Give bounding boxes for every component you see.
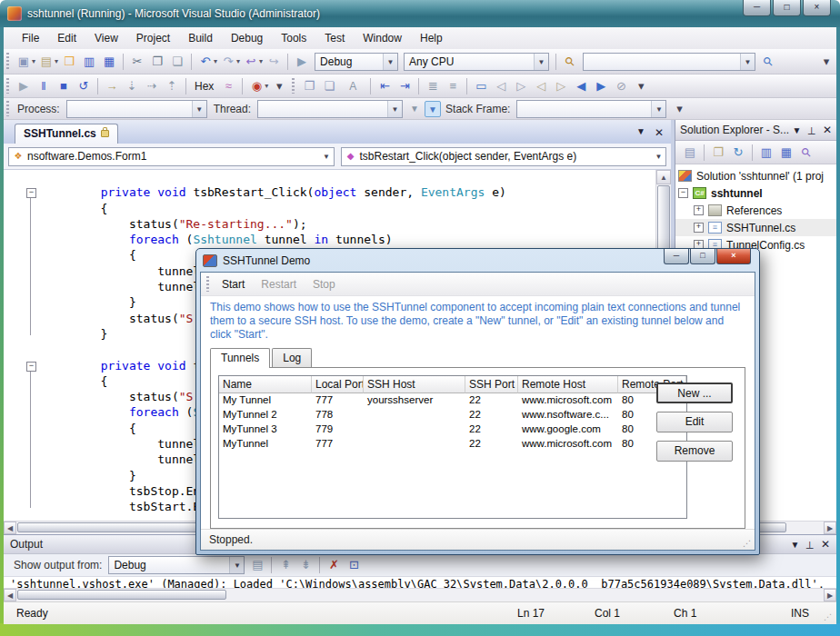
clear-bookmarks-icon[interactable]: ⊘	[612, 77, 630, 95]
scroll-left-icon[interactable]: ◀	[4, 589, 16, 601]
navigate-backward-icon[interactable]: ↩	[242, 53, 260, 71]
toolbar-grip[interactable]	[6, 101, 9, 115]
tree-item-sshtunnel-cs[interactable]: +≡SSHTunnel.cs	[675, 219, 836, 236]
minimize-button[interactable]: ─	[743, 0, 771, 16]
table-row[interactable]: MyTunnel 377922www.google.com80	[219, 422, 686, 437]
dialog-minimize-button[interactable]: ─	[664, 249, 689, 264]
toolbar-options-icon[interactable]: ▾	[817, 53, 835, 71]
scroll-left-icon[interactable]: ◀	[4, 522, 16, 534]
prev-message-icon[interactable]: ⇞	[276, 556, 295, 574]
next-message-icon[interactable]: ⇟	[296, 556, 315, 574]
find-combo[interactable]: ▼	[583, 53, 755, 71]
tree-item-sshtunnel[interactable]: −C#sshtunnel	[675, 184, 836, 202]
add-new-item-icon-dropdown[interactable]: ▾	[55, 57, 58, 65]
table-row[interactable]: My Tunnel777yoursshserver22www.microsoft…	[219, 393, 686, 408]
column-header-name[interactable]: Name	[219, 376, 312, 393]
close-panel-icon[interactable]: ✕	[821, 538, 830, 551]
menu-edit[interactable]: Edit	[48, 29, 85, 47]
toolbar-overflow-icon[interactable]: ▾	[670, 100, 688, 118]
column-header-remote-host[interactable]: Remote Host	[518, 376, 618, 393]
step-out-icon[interactable]: ⇡	[163, 77, 181, 95]
tree-item-solution-sshtunnel-1-proj[interactable]: Solution 'sshtunnel' (1 proj	[675, 167, 836, 184]
continue-icon[interactable]: ▶	[15, 77, 33, 95]
add-new-window-icon[interactable]: ▣	[15, 53, 33, 71]
save-all-icon[interactable]: ▦	[100, 53, 118, 71]
break-all-icon[interactable]: ‖	[35, 77, 53, 95]
decrease-indent-icon[interactable]: ⇤	[375, 77, 394, 95]
show-all-files-icon[interactable]: ❐	[709, 144, 727, 162]
scrollbar-thumb[interactable]	[17, 590, 226, 600]
find-symbol-icon[interactable]: ⚲	[755, 48, 781, 74]
toggle-bookmark-icon[interactable]: ▭	[472, 77, 490, 95]
members-dropdown[interactable]: ◆ tsbRestart_Click(object sender, EventA…	[341, 147, 667, 166]
navigate-forward-icon[interactable]: ↪	[265, 53, 283, 71]
column-header-ssh-host[interactable]: SSH Host	[364, 376, 465, 393]
scroll-right-icon[interactable]: ▶	[824, 522, 836, 534]
formatting-icon[interactable]: ≣	[424, 77, 442, 95]
output-horizontal-scrollbar[interactable]: ◀ ▶	[4, 588, 836, 601]
next-bookmark-icon[interactable]: ▷	[512, 77, 530, 95]
breakpoints-window-icon-dropdown[interactable]: ▾	[265, 82, 268, 90]
navigate-backward-icon-dropdown[interactable]: ▾	[259, 57, 263, 65]
new-button[interactable]: New ...	[656, 383, 733, 403]
table-row[interactable]: MyTunnel 277822www.nsoftware.c...80	[219, 408, 686, 422]
column-header-ssh-port[interactable]: SSH Port	[465, 376, 518, 393]
next-bookmark-folder-icon[interactable]: ▷	[552, 77, 570, 95]
stack-frame-dropdown[interactable]: ▼	[516, 100, 666, 118]
cut-icon[interactable]: ✂	[128, 53, 146, 71]
expand-icon[interactable]: +	[694, 223, 704, 233]
menu-test[interactable]: Test	[315, 29, 354, 47]
step-over-icon[interactable]: ⇢	[143, 77, 161, 95]
start-button[interactable]: Start	[214, 275, 253, 293]
tree-item-references[interactable]: +References	[675, 202, 836, 219]
toolbar-grip[interactable]	[206, 276, 209, 293]
view-designer-icon[interactable]: ▦	[777, 144, 795, 162]
add-new-item-icon[interactable]: ▤	[37, 53, 55, 71]
auto-hide-pin-icon[interactable]: ⊤	[807, 124, 816, 136]
close-panel-icon[interactable]: ✕	[823, 124, 832, 136]
dialog-close-button[interactable]: ×	[716, 249, 751, 264]
types-dropdown[interactable]: ❖ nsoftware.Demos.Form1 ▼	[8, 147, 335, 166]
scroll-right-icon[interactable]: ▶	[824, 589, 836, 601]
menu-file[interactable]: File	[13, 29, 48, 47]
show-next-statement-icon[interactable]: →	[103, 77, 121, 95]
remove-button[interactable]: Remove	[656, 441, 733, 462]
save-icon[interactable]: ▥	[80, 53, 98, 71]
prev-bookmark-doc-icon[interactable]: ◀	[572, 77, 590, 95]
table-row[interactable]: MyTunnel77722www.microsoft.com80	[219, 437, 686, 452]
menu-help[interactable]: Help	[411, 29, 452, 47]
increase-indent-icon[interactable]: ⇥	[395, 77, 414, 95]
copy-icon[interactable]: ❐	[148, 53, 166, 71]
add-new-window-icon-dropdown[interactable]: ▾	[32, 57, 35, 65]
auto-hide-pin-icon[interactable]: ⊤	[805, 539, 815, 551]
breakpoints-window-icon[interactable]: ◉	[247, 77, 265, 95]
tab-sshtunnel-cs[interactable]: SSHTunnel.cs	[15, 124, 118, 144]
maximize-button[interactable]: □	[773, 0, 801, 16]
paste-icon[interactable]: ❏	[168, 53, 186, 71]
redo-icon[interactable]: ↷	[219, 53, 237, 71]
undo-icon[interactable]: ↶	[196, 53, 215, 71]
menu-tools[interactable]: Tools	[272, 29, 315, 47]
incremental-search-icon[interactable]: A	[340, 77, 365, 95]
tunnels-listview[interactable]: NameLocal PortSSH HostSSH PortRemote Hos…	[218, 375, 687, 519]
hex-toggle[interactable]: Hex	[191, 77, 217, 95]
restart-icon[interactable]: ↺	[75, 77, 93, 95]
column-header-local-port[interactable]: Local Port	[312, 376, 364, 393]
dialog-resize-grip[interactable]: ⋰	[743, 539, 752, 548]
prev-bookmark-icon[interactable]: ◁	[492, 77, 510, 95]
menu-view[interactable]: View	[85, 29, 127, 47]
thread-filter-icon[interactable]: ▼	[406, 101, 423, 117]
scroll-up-icon[interactable]: ▲	[656, 170, 671, 184]
edit-button[interactable]: Edit	[656, 412, 733, 432]
tab-tunnels[interactable]: Tunnels	[210, 348, 270, 368]
menu-project[interactable]: Project	[127, 29, 179, 47]
redo-icon-dropdown[interactable]: ▾	[236, 57, 240, 65]
clear-all-icon[interactable]: ✗	[325, 556, 343, 574]
find-in-files-icon[interactable]: ⚲	[557, 48, 583, 74]
close-button[interactable]: ×	[803, 0, 831, 16]
view-code-icon[interactable]: ▥	[757, 144, 775, 162]
toolbar-grip[interactable]	[6, 78, 9, 94]
process-dropdown[interactable]: ▼	[66, 100, 207, 118]
next-bookmark-doc-icon[interactable]: ▶	[592, 77, 610, 95]
toolbar-overflow-icon[interactable]: ▾	[632, 77, 650, 95]
